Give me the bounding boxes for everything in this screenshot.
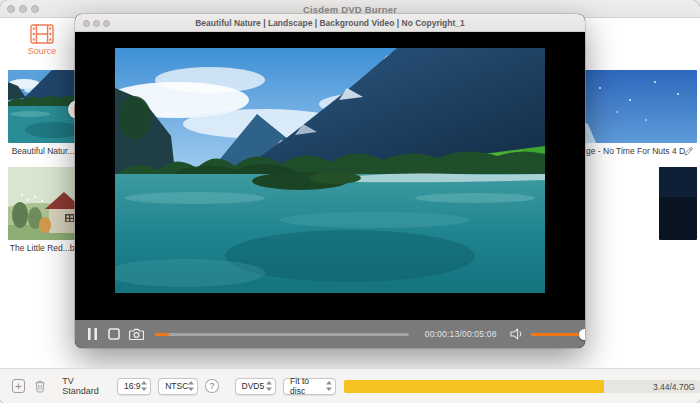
list-item-video-1[interactable] [8, 70, 83, 143]
edit-pencil-icon[interactable] [683, 146, 694, 157]
stop-icon[interactable] [106, 326, 120, 342]
disc-type-value: DVD5 [242, 381, 265, 391]
fit-mode-select[interactable]: Fit to disc [283, 378, 336, 395]
stepper-icon [326, 381, 332, 391]
volume-thumb[interactable] [579, 329, 585, 340]
video-area [75, 32, 585, 320]
aspect-ratio-select[interactable]: 16:9 [117, 378, 151, 395]
capacity-bar: 3.44/4.70G [344, 380, 700, 393]
video-4-thumbnail [659, 167, 697, 240]
seek-fill [155, 333, 169, 336]
stepper-icon [266, 381, 272, 391]
capacity-text: 3.44/4.70G [653, 382, 695, 392]
fit-mode-value: Fit to disc [290, 376, 326, 396]
volume-slider[interactable] [531, 333, 585, 336]
stepper-icon [188, 381, 194, 391]
stepper-icon [141, 381, 147, 391]
time-display: 00:00:13/00:05:08 [417, 329, 505, 339]
volume-icon[interactable] [510, 328, 523, 340]
list-item-video-4[interactable] [659, 167, 697, 240]
tv-system-select[interactable]: NTSC [158, 378, 198, 395]
player-controls: 00:00:13/00:05:08 [75, 320, 585, 348]
video-2-thumbnail [8, 167, 83, 240]
preview-title: Beautiful Nature | Landscape | Backgroun… [75, 18, 585, 28]
list-item-video-2[interactable] [8, 167, 83, 240]
tab-source-label: Source [18, 46, 66, 56]
video-2-label: The Little Red...ble [8, 243, 83, 253]
bottom-toolbar: + TV Standard 16:9 NTSC ? DVD5 [0, 368, 700, 403]
preview-titlebar: Beautiful Nature | Landscape | Backgroun… [75, 14, 585, 32]
tv-system-value: NTSC [165, 381, 188, 391]
plus-icon[interactable]: + [12, 379, 25, 393]
preview-window: Beautiful Nature | Landscape | Backgroun… [75, 14, 585, 348]
tv-standard-label: TV Standard [62, 376, 109, 396]
video-1-label: Beautiful Natur...o [8, 146, 83, 156]
app-window: Cisdem DVD Burner Source [0, 0, 700, 403]
volume-fill [531, 333, 585, 336]
video-frame[interactable] [115, 48, 545, 293]
disc-type-select[interactable]: DVD5 [235, 378, 277, 395]
film-strip-icon [30, 24, 54, 44]
help-icon[interactable]: ? [205, 379, 218, 393]
seek-bar[interactable] [155, 333, 409, 336]
capacity-fill [344, 380, 604, 393]
video-3-label: ge - No Time For Nuts 4 D [586, 146, 685, 156]
tab-source[interactable]: Source [18, 24, 66, 64]
aspect-ratio-value: 16:9 [124, 381, 141, 391]
trash-icon[interactable] [34, 379, 46, 393]
pause-icon[interactable] [87, 326, 98, 342]
snapshot-camera-icon[interactable] [128, 326, 145, 342]
